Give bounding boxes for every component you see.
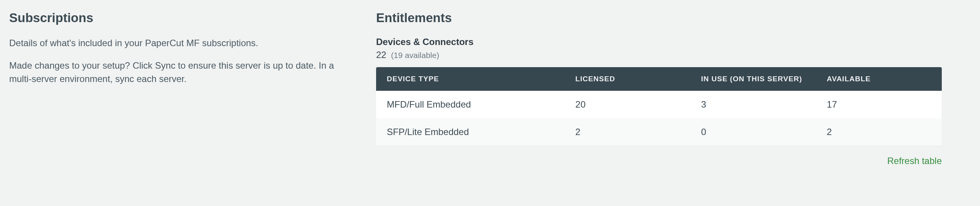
cell-device-type: SFP/Lite Embedded — [376, 118, 565, 146]
entitlements-table: DEVICE TYPE LICENSED IN USE (ON THIS SER… — [376, 67, 942, 146]
col-header-licensed: LICENSED — [565, 67, 690, 91]
cell-licensed: 20 — [565, 91, 690, 118]
cell-device-type: MFD/Full Embedded — [376, 91, 565, 118]
cell-available: 17 — [816, 91, 942, 118]
subscriptions-heading: Subscriptions — [9, 11, 353, 25]
devices-connectors-title: Devices & Connectors — [376, 37, 942, 47]
entitlements-heading: Entitlements — [376, 11, 942, 25]
cell-in-use: 3 — [690, 91, 816, 118]
cell-available: 2 — [816, 118, 942, 146]
col-header-in-use: IN USE (ON THIS SERVER) — [690, 67, 816, 91]
col-header-available: AVAILABLE — [816, 67, 942, 91]
entitlements-panel: Entitlements Devices & Connectors 22 (19… — [376, 11, 942, 166]
table-row: MFD/Full Embedded 20 3 17 — [376, 91, 942, 118]
col-header-device-type: DEVICE TYPE — [376, 67, 565, 91]
table-header-row: DEVICE TYPE LICENSED IN USE (ON THIS SER… — [376, 67, 942, 91]
subscriptions-sync-hint: Made changes to your setup? Click Sync t… — [9, 59, 342, 86]
cell-in-use: 0 — [690, 118, 816, 146]
devices-total: 22 — [376, 50, 386, 60]
cell-licensed: 2 — [565, 118, 690, 146]
subscriptions-panel: Subscriptions Details of what's included… — [9, 11, 353, 166]
table-row: SFP/Lite Embedded 2 0 2 — [376, 118, 942, 146]
devices-available: (19 available) — [391, 51, 439, 60]
subscriptions-description: Details of what's included in your Paper… — [9, 37, 342, 50]
devices-connectors-summary: 22 (19 available) — [376, 50, 942, 60]
refresh-table-button[interactable]: Refresh table — [887, 156, 942, 166]
